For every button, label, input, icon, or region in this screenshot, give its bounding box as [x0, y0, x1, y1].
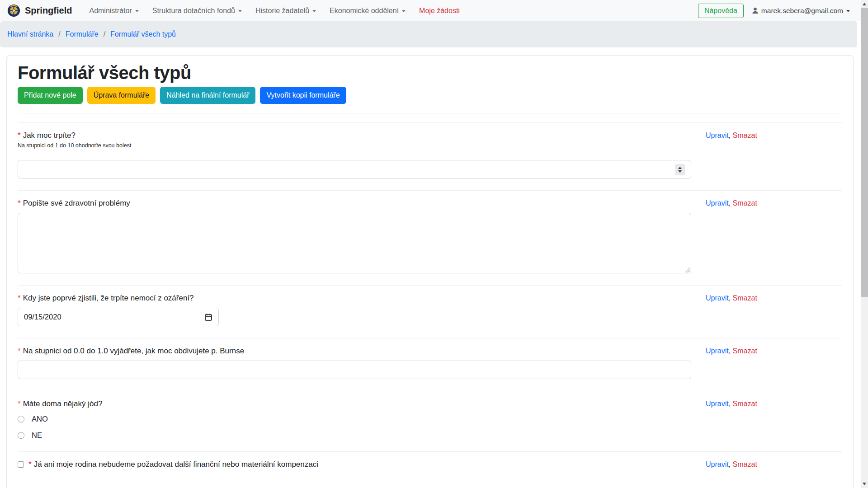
field-label: *Jak moc trpíte? [18, 131, 691, 141]
edit-link[interactable]: Upravit [706, 199, 729, 207]
field-content: *Já ani moje rodina nebudeme požadovat d… [18, 460, 691, 469]
field-row-no-compensation: *Já ani moje rodina nebudeme požadovat d… [18, 451, 842, 485]
radio-option: NE [18, 431, 691, 440]
chevron-down-icon [312, 10, 316, 12]
field-label-text: Kdy jste poprvé zjistili, že trpíte nemo… [23, 293, 194, 303]
separator: , [729, 199, 733, 207]
delete-link[interactable]: Smazat [733, 460, 757, 468]
date-input[interactable]: 09/15/2020 [18, 308, 219, 326]
breadcrumb-item-forms[interactable]: Formuláře [66, 30, 99, 38]
nav-item-label: Administrátor [89, 7, 132, 15]
field-help-text: Na stupnici od 1 do 10 ohodnoťte svou bo… [18, 142, 691, 149]
scroll-down-arrow-icon[interactable] [863, 483, 866, 485]
chevron-down-icon [846, 10, 850, 12]
navbar-right: Nápověda marek.sebera@gmail.com [698, 4, 850, 18]
separator: , [729, 400, 733, 408]
field-content: *Jak moc trpíte?Na stupnici od 1 do 10 o… [18, 131, 691, 178]
textarea-input[interactable] [18, 213, 691, 273]
delete-link[interactable]: Smazat [733, 131, 757, 139]
edit-form-button[interactable]: Úprava formuláře [87, 87, 156, 104]
field-label: *Popište své zdravotní problémy [18, 198, 691, 208]
field-content: *Na stupnici od 0.0 do 1.0 vyjádřete, ja… [18, 346, 691, 379]
preview-final-form-button[interactable]: Náhled na finální formulář [160, 87, 255, 104]
nav-item-administrator[interactable]: Administrátor [89, 7, 138, 15]
field-actions: Upravit, Smazat [706, 198, 757, 208]
breadcrumb-item-current-form[interactable]: Formulář všech typů [110, 30, 176, 38]
field-label: *Máte doma nějaký jód? [18, 399, 691, 409]
calendar-icon[interactable] [204, 313, 212, 321]
scrollbar-thumb[interactable] [861, 8, 868, 297]
required-asterisk: * [18, 293, 21, 303]
help-button[interactable]: Nápověda [698, 4, 744, 18]
radio-button[interactable] [18, 432, 24, 439]
date-value: 09/15/2020 [24, 313, 61, 321]
brand[interactable]: Springfield [7, 4, 72, 17]
nav-item-struktura-dotacnich-fondu[interactable]: Struktura dotačních fondů [152, 7, 242, 15]
springfield-logo-icon [7, 4, 20, 17]
page-title: Formulář všech typů [18, 62, 842, 84]
divider [18, 113, 842, 113]
field-actions: Upravit, Smazat [706, 460, 757, 469]
nav-item-historie-zadatelu[interactable]: Historie žadatelů [255, 7, 316, 15]
field-row-health-problems: *Popište své zdravotní problémyUpravit, … [18, 190, 842, 285]
field-actions: Upravit, Smazat [706, 293, 757, 303]
field-row-pain-level: *Jak moc trpíte?Na stupnici od 1 do 10 o… [18, 122, 842, 190]
required-asterisk: * [28, 460, 32, 469]
field-label: *Kdy jste poprvé zjistili, že trpíte nem… [18, 293, 691, 303]
field-content: *Popište své zdravotní problémy [18, 198, 691, 273]
add-field-button[interactable]: Přidat nové pole [18, 87, 83, 104]
brand-name: Springfield [25, 5, 72, 16]
radio-label: NE [32, 431, 42, 440]
field-actions: Upravit, Smazat [706, 131, 757, 141]
field-label: *Na stupnici od 0.0 do 1.0 vyjádřete, ja… [18, 346, 691, 356]
field-label-text: Jak moc trpíte? [23, 131, 75, 141]
edit-link[interactable]: Upravit [706, 294, 729, 302]
required-asterisk: * [18, 198, 21, 208]
select-input[interactable] [18, 160, 691, 178]
breadcrumb: Hlavní stránka/Formuláře/Formulář všech … [0, 21, 857, 47]
delete-link[interactable]: Smazat [733, 199, 757, 207]
fields-list: *Jak moc trpíte?Na stupnici od 1 do 10 o… [18, 122, 842, 488]
copy-form-button[interactable]: Vytvořit kopii formuláře [260, 87, 346, 104]
textarea-wrap [18, 213, 691, 273]
chevron-down-icon [135, 10, 139, 12]
text-input[interactable] [18, 361, 691, 379]
scroll-up-arrow-icon[interactable] [863, 3, 866, 5]
vertical-scrollbar[interactable] [861, 0, 868, 488]
required-asterisk: * [18, 346, 21, 356]
field-label-text: Máte doma nějaký jód? [23, 399, 103, 409]
user-menu[interactable]: marek.sebera@gmail.com [751, 7, 850, 15]
separator: , [729, 131, 733, 139]
field-label-text: Já ani moje rodina nebudeme požadovat da… [34, 460, 318, 469]
user-email: marek.sebera@gmail.com [761, 7, 843, 15]
edit-link[interactable]: Upravit [706, 131, 729, 139]
delete-link[interactable]: Smazat [733, 294, 757, 302]
nav-item-label: Moje žádosti [419, 7, 460, 15]
delete-link[interactable]: Smazat [733, 347, 757, 355]
form-actions-toolbar: Přidat nové poleÚprava formulářeNáhled n… [18, 87, 842, 104]
field-content: *Kdy jste poprvé zjistili, že trpíte nem… [18, 293, 691, 326]
field-actions: Upravit, Smazat [706, 346, 757, 356]
top-navbar: Springfield AdministrátorStruktura dotač… [0, 0, 868, 21]
required-asterisk: * [18, 131, 21, 141]
breadcrumb-separator: / [104, 30, 105, 38]
radio-button[interactable] [18, 416, 24, 422]
select-spinner-icon [675, 164, 685, 175]
user-icon [751, 7, 759, 14]
nav-item-moje-zadosti[interactable]: Moje žádosti [419, 7, 460, 15]
chevron-down-icon [402, 10, 406, 12]
nav-item-label: Ekonomické oddělení [330, 7, 399, 15]
separator: , [729, 460, 733, 468]
breadcrumb-separator: / [58, 30, 60, 38]
field-row-iodine-at-home: *Máte doma nějaký jód?ANONEUpravit, Smaz… [18, 391, 842, 451]
breadcrumb-item-home[interactable]: Hlavní stránka [7, 30, 53, 38]
edit-link[interactable]: Upravit [706, 347, 729, 355]
nav-item-ekonomicke-oddeleni[interactable]: Ekonomické oddělení [330, 7, 406, 15]
edit-link[interactable]: Upravit [706, 400, 729, 408]
field-content: *Máte doma nějaký jód?ANONE [18, 399, 691, 440]
checkbox-input[interactable] [18, 461, 24, 468]
required-asterisk: * [18, 399, 21, 409]
edit-link[interactable]: Upravit [706, 460, 729, 468]
delete-link[interactable]: Smazat [733, 400, 757, 408]
field-label-text: Na stupnici od 0.0 do 1.0 vyjádřete, jak… [23, 346, 245, 356]
